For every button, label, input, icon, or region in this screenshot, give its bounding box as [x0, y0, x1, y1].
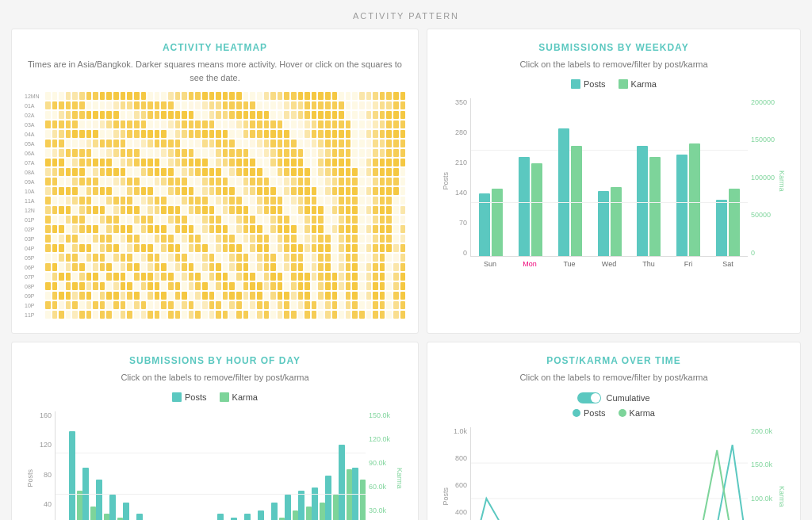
heatmap-cell[interactable]: [243, 197, 249, 205]
heatmap-cell[interactable]: [106, 140, 112, 147]
heatmap-cell[interactable]: [393, 168, 399, 176]
heatmap-cell[interactable]: [134, 120, 140, 128]
heatmap-cell[interactable]: [236, 149, 242, 157]
heatmap-cell[interactable]: [189, 178, 194, 185]
heatmap-cell[interactable]: [270, 130, 276, 138]
heatmap-cell[interactable]: [312, 92, 317, 100]
heatmap-cell[interactable]: [134, 216, 140, 224]
heatmap-cell[interactable]: [304, 101, 310, 109]
heatmap-cell[interactable]: [72, 130, 78, 138]
heatmap-cell[interactable]: [155, 130, 160, 138]
heatmap-cell[interactable]: [209, 235, 215, 243]
heatmap-cell[interactable]: [100, 225, 105, 233]
heatmap-cell[interactable]: [216, 225, 221, 233]
heatmap-cell[interactable]: [66, 130, 71, 138]
heatmap-cell[interactable]: [325, 273, 331, 281]
heatmap-cell[interactable]: [106, 101, 112, 109]
heatmap-cell[interactable]: [400, 111, 406, 119]
heatmap-cell[interactable]: [304, 292, 310, 300]
heatmap-cell[interactable]: [304, 92, 310, 100]
heatmap-cell[interactable]: [312, 282, 317, 290]
heatmap-cell[interactable]: [147, 235, 153, 243]
legend-item[interactable]: Karma: [619, 79, 657, 89]
heatmap-cell[interactable]: [113, 254, 119, 262]
heatmap-cell[interactable]: [270, 187, 276, 195]
heatmap-cell[interactable]: [352, 149, 358, 157]
heatmap-cell[interactable]: [100, 92, 105, 100]
heatmap-cell[interactable]: [93, 206, 98, 214]
heatmap-cell[interactable]: [243, 92, 249, 100]
heatmap-cell[interactable]: [168, 235, 174, 243]
heatmap-cell[interactable]: [59, 244, 64, 252]
heatmap-cell[interactable]: [121, 216, 126, 224]
heatmap-cell[interactable]: [339, 140, 344, 147]
heatmap-cell[interactable]: [195, 292, 201, 300]
heatmap-cell[interactable]: [229, 225, 235, 233]
heatmap-cell[interactable]: [106, 301, 112, 309]
heatmap-cell[interactable]: [318, 178, 324, 185]
heatmap-cell[interactable]: [79, 235, 85, 243]
heatmap-cell[interactable]: [359, 130, 365, 138]
heatmap-cell[interactable]: [121, 149, 126, 157]
heatmap-cell[interactable]: [332, 206, 338, 214]
heatmap-cell[interactable]: [393, 311, 399, 319]
heatmap-cell[interactable]: [168, 225, 174, 233]
heatmap-cell[interactable]: [291, 120, 297, 128]
heatmap-cell[interactable]: [45, 111, 51, 119]
heatmap-cell[interactable]: [250, 244, 255, 252]
heatmap-cell[interactable]: [304, 301, 310, 309]
heatmap-cell[interactable]: [127, 120, 132, 128]
heatmap-cell[interactable]: [79, 120, 85, 128]
heatmap-cell[interactable]: [161, 301, 167, 309]
heatmap-cell[interactable]: [202, 282, 208, 290]
heatmap-cell[interactable]: [264, 263, 270, 271]
heatmap-cell[interactable]: [106, 159, 112, 166]
heatmap-cell[interactable]: [229, 206, 235, 214]
heatmap-cell[interactable]: [386, 120, 392, 128]
heatmap-cell[interactable]: [127, 225, 132, 233]
heatmap-cell[interactable]: [284, 206, 289, 214]
heatmap-cell[interactable]: [325, 216, 331, 224]
heatmap-cell[interactable]: [209, 168, 215, 176]
heatmap-cell[interactable]: [121, 206, 126, 214]
heatmap-cell[interactable]: [127, 292, 132, 300]
heatmap-cell[interactable]: [141, 282, 147, 290]
heatmap-cell[interactable]: [79, 216, 85, 224]
heatmap-cell[interactable]: [270, 292, 276, 300]
heatmap-cell[interactable]: [223, 235, 228, 243]
heatmap-cell[interactable]: [141, 225, 147, 233]
heatmap-cell[interactable]: [264, 311, 270, 319]
heatmap-cell[interactable]: [291, 149, 297, 157]
heatmap-cell[interactable]: [113, 187, 119, 195]
heatmap-cell[interactable]: [113, 216, 119, 224]
heatmap-cell[interactable]: [223, 254, 228, 262]
heatmap-cell[interactable]: [66, 159, 71, 166]
heatmap-cell[interactable]: [121, 292, 126, 300]
heatmap-cell[interactable]: [59, 101, 64, 109]
heatmap-cell[interactable]: [52, 263, 58, 271]
heatmap-cell[interactable]: [209, 244, 215, 252]
heatmap-cell[interactable]: [182, 311, 187, 319]
heatmap-cell[interactable]: [352, 216, 358, 224]
heatmap-cell[interactable]: [236, 168, 242, 176]
heatmap-cell[interactable]: [216, 301, 221, 309]
heatmap-cell[interactable]: [339, 149, 344, 157]
heatmap-cell[interactable]: [332, 159, 338, 166]
heatmap-cell[interactable]: [380, 197, 385, 205]
heatmap-cell[interactable]: [257, 101, 262, 109]
heatmap-cell[interactable]: [284, 273, 289, 281]
heatmap-cell[interactable]: [325, 206, 331, 214]
heatmap-cell[interactable]: [284, 178, 289, 185]
heatmap-cell[interactable]: [182, 225, 187, 233]
heatmap-cell[interactable]: [243, 244, 249, 252]
heatmap-cell[interactable]: [66, 254, 71, 262]
heatmap-cell[interactable]: [229, 197, 235, 205]
heatmap-cell[interactable]: [393, 292, 399, 300]
heatmap-cell[interactable]: [189, 130, 194, 138]
heatmap-cell[interactable]: [318, 92, 324, 100]
heatmap-cell[interactable]: [93, 254, 98, 262]
heatmap-cell[interactable]: [373, 159, 378, 166]
heatmap-cell[interactable]: [352, 244, 358, 252]
heatmap-cell[interactable]: [168, 216, 174, 224]
heatmap-cell[interactable]: [86, 111, 92, 119]
